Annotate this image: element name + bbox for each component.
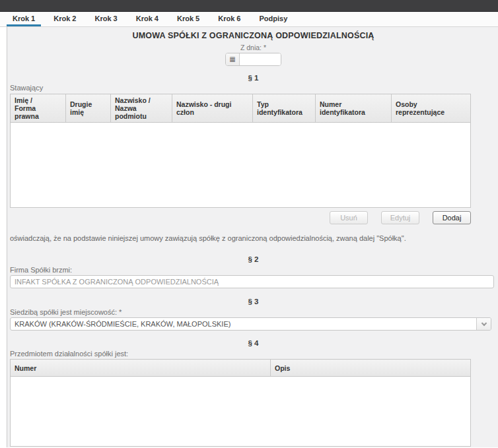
calendar-icon: ▦	[229, 56, 235, 63]
section-3-marker: § 3	[10, 298, 497, 305]
company-seat-select[interactable]: KRAKÓW (KRAKÓW-ŚRÓDMIEŚCIE, KRAKÓW, MAŁO…	[10, 317, 491, 331]
business-activity-table-body-empty	[11, 377, 470, 446]
step-tabbar: Krok 1 Krok 2 Krok 3 Krok 4 Krok 5 Krok …	[0, 12, 498, 27]
col-typ-identyfikatora[interactable]: Typ identyfikatora	[253, 94, 316, 122]
tab-krok-6[interactable]: Krok 6	[212, 12, 246, 26]
col-numer[interactable]: Numer	[11, 360, 271, 376]
page-title: UMOWA SPÓŁKI Z OGRANICZONĄ ODPOWIEDZIALN…	[10, 27, 497, 40]
chevron-down-icon	[481, 320, 486, 325]
col-imie-forma-prawna[interactable]: Imię / Forma prawna	[11, 94, 66, 122]
founders-table-header: Imię / Forma prawna Drugie imię Nazwisko…	[11, 94, 470, 123]
tab-krok-2[interactable]: Krok 2	[48, 12, 82, 26]
date-input[interactable]	[240, 53, 281, 65]
company-seat-dropdown-button[interactable]	[476, 318, 491, 330]
calendar-picker-button[interactable]: ▦	[226, 53, 240, 65]
form-content: UMOWA SPÓŁKI Z OGRANICZONĄ ODPOWIEDZIALN…	[7, 27, 498, 447]
company-name-input[interactable]	[10, 275, 494, 288]
col-numer-identyfikatora[interactable]: Numer identyfikatora	[316, 94, 392, 122]
col-nazwisko-nazwa-podmiotu[interactable]: Nazwisko / Nazwa podmiotu	[111, 94, 172, 122]
declaration-text: oświadczają, że na podstawie niniejszej …	[10, 234, 497, 242]
company-seat-label: Siedzibą spółki jest miejscowość: *	[10, 308, 497, 316]
col-nazwisko-drugi-czlon[interactable]: Nazwisko - drugi człon	[172, 94, 253, 122]
window-top-bar	[0, 0, 498, 12]
col-drugie-imie[interactable]: Drugie imię	[66, 94, 111, 122]
founders-table-body-empty	[11, 123, 470, 207]
section-2-marker: § 2	[10, 255, 497, 263]
tab-krok-5[interactable]: Krok 5	[171, 12, 205, 26]
founders-add-button[interactable]: Dodaj	[433, 211, 471, 224]
business-activity-table: Numer Opis	[10, 359, 471, 447]
date-field: ▦	[225, 53, 281, 66]
founders-table-label: Stawający	[10, 84, 497, 92]
tab-krok-1[interactable]: Krok 1	[7, 12, 41, 26]
business-activity-table-header: Numer Opis	[11, 360, 470, 377]
founders-table: Imię / Forma prawna Drugie imię Nazwisko…	[10, 94, 471, 208]
section-1-marker: § 1	[10, 74, 497, 82]
tab-krok-3[interactable]: Krok 3	[89, 12, 124, 26]
section-4-marker: § 4	[10, 339, 497, 347]
tab-podpisy[interactable]: Podpisy	[254, 12, 294, 26]
col-opis[interactable]: Opis	[271, 360, 470, 376]
company-name-label: Firma Spółki brzmi:	[10, 266, 497, 274]
business-activity-label: Przedmiotem działalności spółki jest:	[10, 350, 497, 358]
col-osoby-reprezentujace[interactable]: Osoby reprezentujące	[392, 94, 470, 122]
tab-krok-4[interactable]: Krok 4	[130, 12, 164, 26]
founders-table-actions: Usuń Edytuj Dodaj	[10, 211, 471, 224]
founders-edit-button[interactable]: Edytuj	[381, 211, 419, 224]
company-seat-selected-value: KRAKÓW (KRAKÓW-ŚRÓDMIEŚCIE, KRAKÓW, MAŁO…	[11, 318, 476, 330]
founders-remove-button[interactable]: Usuń	[330, 211, 368, 224]
date-field-label: Z dnia: *	[10, 44, 497, 51]
